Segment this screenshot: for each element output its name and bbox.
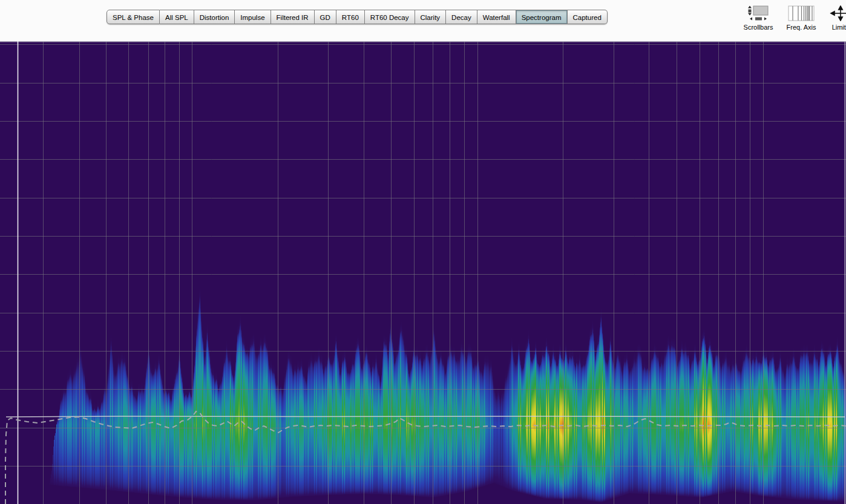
tab-distortion[interactable]: Distortion bbox=[194, 10, 235, 24]
tab-filtered-ir[interactable]: Filtered IR bbox=[271, 10, 315, 24]
limits-icon bbox=[828, 5, 846, 21]
limits-button[interactable]: Limits bbox=[823, 5, 846, 31]
tab-all-spl[interactable]: All SPL bbox=[160, 10, 194, 24]
tab-rt60[interactable]: RT60 bbox=[336, 10, 365, 24]
limits-label: Limits bbox=[823, 24, 846, 31]
graph-toolbar: SPL & Phase All SPL Distortion Impulse F… bbox=[0, 0, 846, 41]
tab-rt60-decay[interactable]: RT60 Decay bbox=[365, 10, 415, 24]
freq-axis-button[interactable]: Freq. Axis bbox=[784, 5, 819, 31]
scrollbars-button[interactable]: Scrollbars bbox=[741, 5, 776, 31]
freq-axis-label: Freq. Axis bbox=[784, 24, 819, 31]
tab-impulse[interactable]: Impulse bbox=[235, 10, 271, 24]
tab-spectrogram[interactable]: Spectrogram bbox=[516, 10, 568, 24]
tab-gd[interactable]: GD bbox=[315, 10, 336, 24]
tab-spl-phase[interactable]: SPL & Phase bbox=[107, 10, 160, 24]
tab-waterfall[interactable]: Waterfall bbox=[477, 10, 516, 24]
tab-captured[interactable]: Captured bbox=[568, 10, 608, 24]
scrollbars-label: Scrollbars bbox=[741, 24, 776, 31]
graph-tab-group: SPL & Phase All SPL Distortion Impulse F… bbox=[107, 10, 608, 24]
tab-decay[interactable]: Decay bbox=[446, 10, 477, 24]
rew-window: SPL & Phase All SPL Distortion Impulse F… bbox=[0, 0, 846, 504]
freq-axis-icon bbox=[788, 5, 815, 21]
tab-clarity[interactable]: Clarity bbox=[415, 10, 447, 24]
scrollbars-icon bbox=[747, 5, 769, 21]
spectrogram-canvas[interactable] bbox=[0, 41, 846, 504]
spectrogram-chart bbox=[0, 41, 846, 504]
